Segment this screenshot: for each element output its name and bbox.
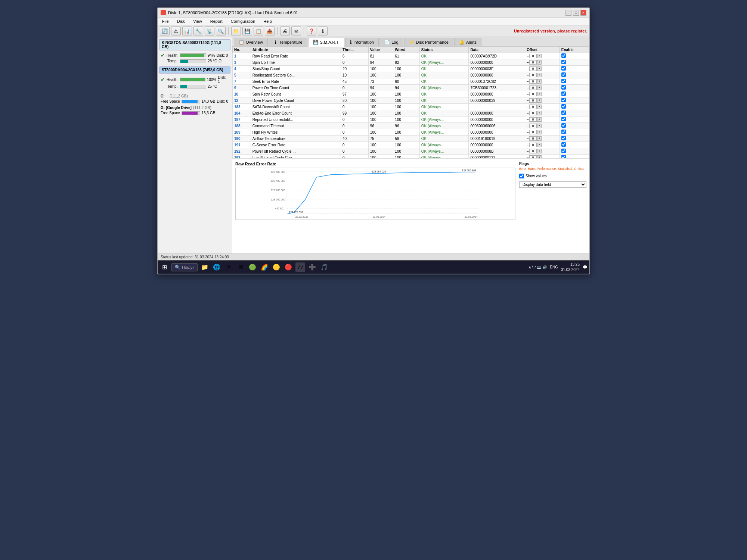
table-row[interactable]: 192 Power off Retract Cycle ... 0 100 10… (233, 148, 589, 155)
offset-minus[interactable]: − (527, 130, 529, 134)
menu-disk[interactable]: Disk (176, 18, 186, 24)
table-row[interactable]: 4 Start/Stop Count 20 100 100 OK 0000000… (233, 66, 589, 72)
offset-plus[interactable]: + (537, 79, 542, 84)
taskbar-app2-icon[interactable]: 🟡 (272, 262, 281, 272)
enable-checkbox[interactable] (561, 149, 566, 153)
offset-plus[interactable]: + (537, 73, 542, 77)
toolbar-btn-11[interactable]: 🖨 (280, 27, 290, 35)
table-row[interactable]: 9 Power On Time Count 0 94 94 OK (Always… (233, 85, 589, 91)
tab-overview[interactable]: 📋 Overview (234, 38, 268, 46)
taskbar-store-icon[interactable]: 🛍 (224, 262, 233, 272)
enable-checkbox[interactable] (561, 91, 566, 96)
enable-checkbox[interactable] (561, 104, 566, 109)
taskbar-explorer-icon[interactable]: 📁 (200, 262, 210, 272)
tab-information[interactable]: ℹ Information (345, 38, 379, 46)
search-area[interactable]: 🔍 Пошук (171, 263, 198, 271)
offset-minus[interactable]: − (527, 73, 529, 77)
taskbar-hds-icon[interactable]: 7z (295, 262, 305, 272)
table-row[interactable]: 183 SATA Downshift Count 0 100 100 OK (A… (233, 104, 589, 110)
enable-checkbox[interactable] (561, 85, 566, 90)
table-row[interactable]: 1 Raw Read Error Rate 6 81 61 OK 000007A… (233, 53, 589, 59)
enable-checkbox[interactable] (561, 66, 566, 71)
offset-plus[interactable]: + (537, 66, 542, 71)
disk-0-name[interactable]: KINGSTON SA400S37120G (111,8 GB) (159, 39, 230, 50)
offset-minus[interactable]: − (527, 60, 529, 65)
taskbar-edge-icon[interactable]: 🌐 (212, 262, 221, 272)
toolbar-btn-1[interactable]: 🔄 (160, 27, 170, 35)
table-row[interactable]: 10 Spin Retry Count 97 100 100 OK 000000… (233, 91, 589, 97)
taskbar-plus-icon[interactable]: ➕ (307, 262, 317, 272)
table-row[interactable]: 184 End-to-End Error Count 99 100 100 OK… (233, 110, 589, 116)
enable-checkbox[interactable] (561, 123, 566, 128)
tab-smart[interactable]: 💾 S.M.A.R.T. (308, 38, 345, 47)
toolbar-btn-3[interactable]: 📊 (182, 27, 192, 35)
enable-checkbox[interactable] (561, 117, 566, 121)
table-row[interactable]: 5 Reallocated Sectors Co... 10 100 100 O… (233, 72, 589, 78)
offset-plus[interactable]: + (537, 149, 542, 153)
tab-disk-performance[interactable]: ⚡ Disk Performance (404, 38, 453, 46)
menu-view[interactable]: View (192, 18, 204, 24)
offset-plus[interactable]: + (537, 130, 542, 134)
enable-checkbox[interactable] (561, 142, 566, 147)
table-row[interactable]: 3 Spin Up Time 0 94 92 OK (Always... 000… (233, 59, 589, 66)
taskbar-app1-icon[interactable]: 🟢 (248, 262, 257, 272)
table-row[interactable]: 187 Reported Uncorrectabl... 0 100 100 O… (233, 116, 589, 123)
unregistered-notice[interactable]: Unregistered version, please register. (514, 29, 587, 33)
offset-minus[interactable]: − (527, 54, 529, 58)
toolbar-btn-5[interactable]: 📡 (205, 27, 214, 35)
toolbar-btn-12[interactable]: ✉ (291, 27, 301, 35)
toolbar-btn-13[interactable]: ❓ (307, 27, 316, 35)
offset-minus[interactable]: − (527, 67, 529, 71)
table-row[interactable]: 191 G-Sense Error Rate 0 100 100 OK (Alw… (233, 142, 589, 148)
table-row[interactable]: 188 Command Timeout 0 96 96 OK (Always..… (233, 123, 589, 129)
enable-checkbox[interactable] (561, 60, 566, 64)
offset-plus[interactable]: + (537, 54, 542, 58)
toolbar-btn-10[interactable]: 📤 (265, 27, 275, 35)
enable-checkbox[interactable] (561, 111, 566, 115)
toolbar-btn-6[interactable]: 🔍 (216, 27, 226, 35)
tab-temperature[interactable]: 🌡 Temperature (269, 38, 307, 46)
offset-plus[interactable]: + (537, 155, 542, 159)
toolbar-btn-9[interactable]: 📋 (254, 27, 263, 35)
offset-plus[interactable]: + (537, 136, 542, 141)
offset-plus[interactable]: + (537, 60, 542, 65)
offset-plus[interactable]: + (537, 105, 542, 109)
offset-minus[interactable]: − (527, 118, 529, 122)
offset-plus[interactable]: + (537, 92, 542, 96)
offset-minus[interactable]: − (527, 143, 529, 147)
toolbar-btn-4[interactable]: 🔧 (193, 27, 203, 35)
toolbar-btn-14[interactable]: ℹ (318, 27, 328, 35)
offset-plus[interactable]: + (537, 98, 542, 103)
offset-minus[interactable]: − (527, 137, 529, 141)
offset-minus[interactable]: − (527, 80, 529, 84)
menu-report[interactable]: Report (209, 18, 224, 24)
taskbar-app3-icon[interactable]: 🔴 (283, 262, 293, 272)
enable-checkbox[interactable] (561, 136, 566, 140)
taskbar-media-icon[interactable]: 🎵 (319, 262, 329, 272)
table-row[interactable]: 190 Airflow Temperature 40 75 58 OK 0000… (233, 136, 589, 142)
table-row[interactable]: 12 Drive Power Cycle Count 20 100 100 OK… (233, 97, 589, 104)
offset-plus[interactable]: + (537, 117, 542, 122)
menu-configuration[interactable]: Configuration (229, 18, 257, 24)
show-values-checkbox[interactable] (519, 174, 524, 178)
taskbar-mail-icon[interactable]: ✉ (236, 262, 245, 272)
offset-plus[interactable]: + (537, 124, 542, 128)
tab-alerts[interactable]: 🔔 Alerts (454, 38, 481, 46)
table-row[interactable]: 7 Seek Error Rate 45 73 60 OK 000001372C… (233, 78, 589, 85)
table-row[interactable]: 189 High Fly Writes 0 100 100 OK (Always… (233, 129, 589, 136)
offset-minus[interactable]: − (527, 124, 529, 128)
offset-plus[interactable]: + (537, 143, 542, 147)
offset-minus[interactable]: − (527, 156, 529, 159)
disk-1-name[interactable]: ST8000DM004-2CX188 (7452,0 GB) (159, 66, 230, 74)
offset-minus[interactable]: − (527, 111, 529, 115)
smart-table-wrapper[interactable]: No. Attribute Thre... Value Worst Status… (232, 47, 589, 159)
toolbar-btn-7[interactable]: 📁 (231, 27, 241, 35)
toolbar-btn-2[interactable]: ⚠ (171, 27, 181, 35)
enable-checkbox[interactable] (561, 130, 566, 134)
offset-minus[interactable]: − (527, 105, 529, 109)
enable-checkbox[interactable] (561, 79, 566, 83)
offset-minus[interactable]: − (527, 99, 529, 103)
maximize-button[interactable]: □ (573, 10, 579, 16)
tab-log[interactable]: 📄 Log (379, 38, 403, 46)
close-button[interactable]: ✕ (580, 10, 586, 16)
